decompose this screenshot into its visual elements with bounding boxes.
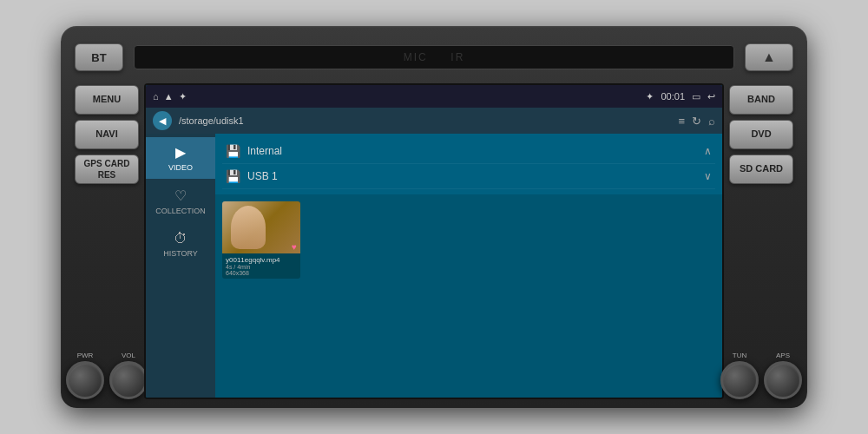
battery-icon: ▭ bbox=[692, 91, 700, 102]
status-left: ⌂ ▲ ✦ bbox=[153, 91, 187, 102]
sidebar-nav: ▶ VIDEO ♡ COLLECTION ⏱ HISTORY bbox=[146, 134, 215, 398]
vol-label: VOL bbox=[122, 352, 135, 359]
vol-knob[interactable] bbox=[109, 361, 148, 399]
pwr-vol-row: PWR VOL bbox=[66, 352, 148, 399]
band-button[interactable]: BAND bbox=[729, 85, 793, 115]
aps-knob[interactable] bbox=[764, 361, 802, 399]
pwr-knob[interactable] bbox=[66, 361, 104, 399]
internal-arrow-icon: ∧ bbox=[704, 145, 712, 157]
status-bar: ⌂ ▲ ✦ ✦ 00:01 ▭ ↩ bbox=[146, 85, 722, 108]
sd-button[interactable]: SD CARD bbox=[729, 155, 793, 184]
main-row: MENU NAVI GPS CARDRES PWR VOL bbox=[75, 83, 793, 399]
top-strip: BT MIC IR ▲ bbox=[75, 38, 793, 76]
video-thumbnail: ♥ bbox=[222, 201, 300, 253]
warning-icon: ▲ bbox=[164, 91, 174, 102]
tun-label: TUN bbox=[733, 352, 746, 359]
nav-collection-label: COLLECTION bbox=[155, 207, 206, 215]
aps-label: APS bbox=[776, 352, 790, 359]
video-duration: 4s / 4min bbox=[226, 264, 297, 270]
tun-aps-row: TUN APS bbox=[720, 352, 802, 399]
navi-button[interactable]: NAVI bbox=[75, 120, 139, 149]
bluetooth-status-icon: ✦ bbox=[646, 91, 654, 102]
heart-overlay-icon: ♥ bbox=[292, 242, 297, 252]
bottom-controls-left: PWR VOL bbox=[75, 352, 139, 399]
address-bar: ◀ /storage/udisk1 ≡ ↻ ⌕ bbox=[146, 108, 722, 134]
internal-label: Internal bbox=[247, 145, 704, 157]
menu-button[interactable]: MENU bbox=[75, 85, 139, 115]
video-nav-icon: ▶ bbox=[175, 144, 186, 161]
tun-knob[interactable] bbox=[720, 361, 759, 399]
back-icon: ↩ bbox=[707, 91, 715, 102]
address-actions: ≡ ↻ ⌕ bbox=[678, 115, 715, 128]
collection-nav-icon: ♡ bbox=[174, 187, 187, 204]
home-icon: ⌂ bbox=[153, 91, 159, 102]
nav-history[interactable]: ⏱ HISTORY bbox=[146, 224, 215, 265]
pwr-label: PWR bbox=[77, 352, 94, 359]
bluetooth-icon: ✦ bbox=[179, 91, 187, 102]
history-nav-icon: ⏱ bbox=[174, 231, 187, 247]
bottom-controls-right: TUN APS bbox=[729, 352, 793, 399]
video-card[interactable]: ♥ y0011egqqlv.mp4 4s / 4min 640x368 bbox=[222, 201, 300, 279]
bt-button[interactable]: BT bbox=[75, 43, 123, 71]
refresh-icon[interactable]: ↻ bbox=[692, 115, 701, 128]
search-icon[interactable]: ⌕ bbox=[708, 115, 715, 128]
eject-button[interactable]: ▲ bbox=[745, 43, 793, 71]
dvd-button[interactable]: DVD bbox=[729, 120, 793, 149]
gps-button[interactable]: GPS CARDRES bbox=[75, 155, 139, 184]
screen: ⌂ ▲ ✦ ✦ 00:01 ▭ ↩ ◀ /storage/udisk1 bbox=[144, 83, 724, 399]
video-filename: y0011egqqlv.mp4 bbox=[226, 256, 297, 264]
back-arrow-icon: ◀ bbox=[159, 115, 166, 127]
nav-history-label: HISTORY bbox=[163, 249, 198, 258]
video-resolution: 640x368 bbox=[226, 270, 297, 276]
content-area: ▶ VIDEO ♡ COLLECTION ⏱ HISTORY bbox=[146, 134, 722, 398]
internal-icon: 💾 bbox=[226, 144, 240, 158]
filter-icon[interactable]: ≡ bbox=[678, 115, 685, 128]
usb-label: USB 1 bbox=[247, 170, 704, 182]
cd-slot: MIC IR bbox=[134, 45, 734, 69]
nav-video[interactable]: ▶ VIDEO bbox=[146, 137, 215, 179]
back-button[interactable]: ◀ bbox=[153, 111, 172, 130]
usb-icon: 💾 bbox=[226, 169, 240, 183]
thumb-person-figure bbox=[231, 206, 266, 249]
left-panel: MENU NAVI GPS CARDRES PWR VOL bbox=[75, 83, 144, 399]
path-display: /storage/udisk1 bbox=[179, 115, 671, 126]
video-grid: ♥ y0011egqqlv.mp4 4s / 4min 640x368 bbox=[215, 194, 722, 398]
file-list: 💾 Internal ∧ 💾 USB 1 ∨ bbox=[215, 134, 722, 194]
status-right: ✦ 00:01 ▭ ↩ bbox=[646, 91, 715, 102]
nav-video-label: VIDEO bbox=[168, 163, 193, 172]
main-content: 💾 Internal ∧ 💾 USB 1 ∨ bbox=[215, 134, 722, 398]
video-info: y0011egqqlv.mp4 4s / 4min 640x368 bbox=[222, 253, 300, 279]
list-item[interactable]: 💾 Internal ∧ bbox=[222, 139, 715, 164]
nav-collection[interactable]: ♡ COLLECTION bbox=[146, 181, 215, 222]
usb-arrow-icon: ∨ bbox=[704, 170, 712, 182]
time-display: 00:01 bbox=[661, 91, 685, 102]
list-item[interactable]: 💾 USB 1 ∨ bbox=[222, 164, 715, 189]
gps-label: GPS CARDRES bbox=[84, 158, 130, 181]
right-panel: BAND DVD SD CARD TUN APS bbox=[724, 83, 793, 399]
head-unit: BT MIC IR ▲ MENU NAVI GPS CARDRES PWR bbox=[61, 26, 807, 408]
